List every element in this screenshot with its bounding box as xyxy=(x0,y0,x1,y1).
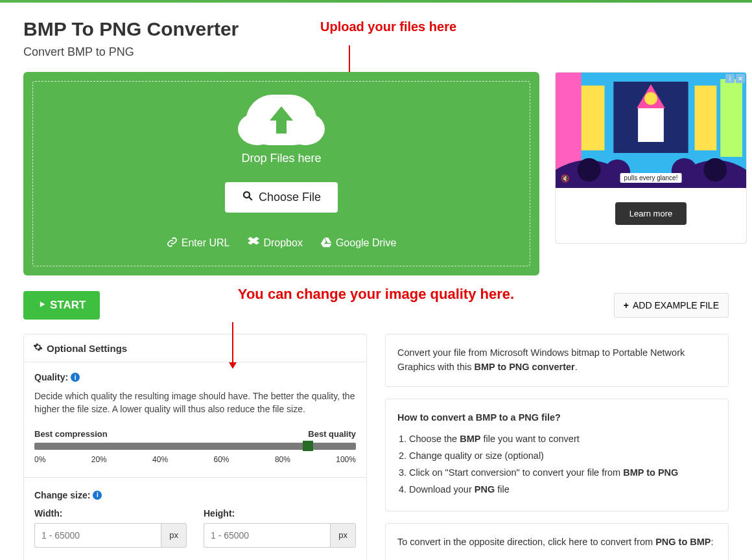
tick-0: 0% xyxy=(34,455,45,464)
upload-dropzone[interactable]: Drop Files here Choose File Enter URL Dr… xyxy=(23,72,539,275)
tick-1: 20% xyxy=(91,455,107,464)
play-icon xyxy=(38,299,46,312)
tick-3: 60% xyxy=(213,455,229,464)
dropbox-label: Dropbox xyxy=(263,237,302,249)
ad-artwork: pulls every glance! 🔇 i ✕ xyxy=(556,73,746,188)
opposite-a: To convert in the opposite direction, cl… xyxy=(397,537,655,547)
svg-rect-4 xyxy=(582,86,605,150)
ad-card: pulls every glance! 🔇 i ✕ Learn more xyxy=(555,72,747,275)
search-icon xyxy=(242,190,253,205)
google-drive-label: Google Drive xyxy=(336,237,396,249)
optional-settings-title: Optional Settings xyxy=(47,343,127,354)
annotation-upload: Upload your files here xyxy=(320,19,456,34)
start-button[interactable]: START xyxy=(23,291,100,320)
height-input[interactable] xyxy=(204,523,330,548)
svg-rect-9 xyxy=(638,108,664,142)
page-subtitle: Convert BMP to PNG xyxy=(23,45,729,59)
choose-file-button[interactable]: Choose File xyxy=(225,182,338,213)
png-to-bmp-link[interactable]: PNG to BMP converter xyxy=(397,557,493,560)
optional-settings-panel: Optional Settings Quality: i Decide whic… xyxy=(23,334,367,560)
howto-card: How to convert a BMP to a PNG file? Choo… xyxy=(385,399,729,512)
height-unit: px xyxy=(330,523,356,548)
howto-title: How to convert a BMP to a PNG file? xyxy=(397,411,716,425)
svg-rect-6 xyxy=(695,86,717,150)
slider-right-label: Best quality xyxy=(308,429,356,439)
info-icon[interactable]: i xyxy=(93,491,102,500)
info-convert-card: Convert your file from Microsoft Windows… xyxy=(385,334,729,387)
quality-slider[interactable] xyxy=(34,443,356,450)
svg-rect-5 xyxy=(720,79,742,157)
svg-line-1 xyxy=(249,197,252,200)
annotation-quality-arrow xyxy=(232,318,233,368)
ad-info-icon[interactable]: i xyxy=(725,74,734,83)
dropbox-button[interactable]: Dropbox xyxy=(248,236,302,250)
source-row: Enter URL Dropbox Google Drive xyxy=(40,236,523,250)
step-4: Download your PNG file xyxy=(409,483,716,497)
width-unit: px xyxy=(161,523,187,548)
change-size-row: Change size: i xyxy=(34,490,102,500)
slider-ticks: 0% 20% 40% 60% 80% 100% xyxy=(34,455,356,464)
tick-5: 100% xyxy=(336,455,356,464)
gear-icon xyxy=(33,342,43,354)
step-1: Choose the BMP file you want to convert xyxy=(409,432,716,447)
quality-label-row: Quality: i xyxy=(34,372,80,382)
opposite-b: PNG to BMP xyxy=(655,537,711,547)
change-size-label: Change size: xyxy=(34,490,90,500)
step-3: Click on "Start conversion" to convert y… xyxy=(409,466,716,480)
width-input[interactable] xyxy=(34,523,161,548)
tick-4: 80% xyxy=(275,455,290,464)
plus-icon: + xyxy=(624,300,629,310)
ad-learn-more-button[interactable]: Learn more xyxy=(615,202,687,225)
height-label: Height: xyxy=(204,508,235,519)
svg-point-14 xyxy=(703,158,727,181)
link-icon xyxy=(167,237,178,250)
ad-caption: pulls every glance! xyxy=(620,173,682,183)
dropbox-icon xyxy=(248,236,259,250)
width-label: Width: xyxy=(34,508,62,519)
enter-url-label: Enter URL xyxy=(182,237,230,249)
svg-point-0 xyxy=(244,192,250,198)
add-example-button[interactable]: + ADD EXAMPLE FILE xyxy=(614,293,729,318)
svg-point-11 xyxy=(578,158,601,181)
drop-label: Drop Files here xyxy=(40,152,523,165)
start-label: START xyxy=(50,299,86,312)
ad-close-icon[interactable]: ✕ xyxy=(736,74,745,83)
opposite-card: To convert in the opposite direction, cl… xyxy=(385,523,729,560)
info-convert-b: BMP to PNG converter xyxy=(474,362,574,372)
svg-point-10 xyxy=(644,92,657,105)
tick-2: 40% xyxy=(152,455,168,464)
mute-icon: 🔇 xyxy=(561,174,570,183)
cloud-upload-icon xyxy=(246,95,317,145)
step-2: Change quality or size (optional) xyxy=(409,449,716,463)
slider-left-label: Best compression xyxy=(34,429,108,439)
add-example-label: ADD EXAMPLE FILE xyxy=(633,300,719,310)
quality-label: Quality: xyxy=(34,372,68,382)
info-icon[interactable]: i xyxy=(71,373,80,382)
google-drive-button[interactable]: Google Drive xyxy=(321,236,396,250)
google-drive-icon xyxy=(321,237,332,250)
slider-thumb[interactable] xyxy=(303,441,313,451)
enter-url-button[interactable]: Enter URL xyxy=(167,236,230,250)
choose-file-label: Choose File xyxy=(259,191,321,204)
annotation-quality: You can change your image quality here. xyxy=(238,286,514,303)
quality-description: Decide which quality the resulting image… xyxy=(34,390,356,416)
